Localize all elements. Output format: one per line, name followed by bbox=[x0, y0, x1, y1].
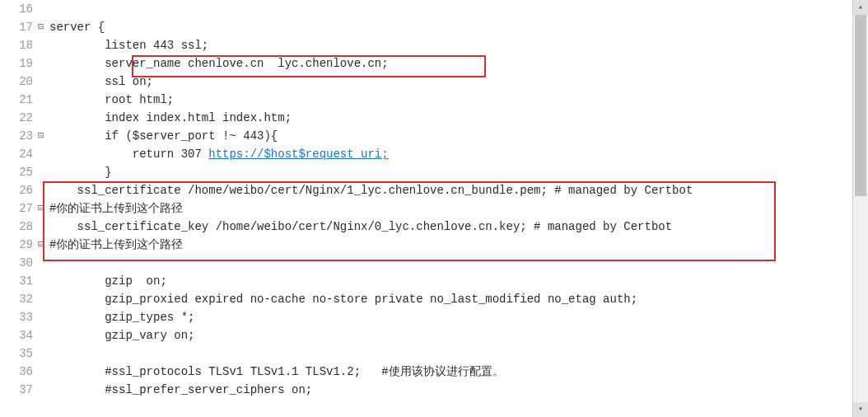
line-number: 24 bbox=[0, 145, 38, 163]
code-content: gzip on; bbox=[49, 272, 868, 290]
line-number: 23 bbox=[0, 127, 38, 145]
fold-marker[interactable]: ⊟ bbox=[38, 18, 49, 36]
line-number: 25 bbox=[0, 163, 38, 181]
code-line[interactable]: 35 bbox=[0, 344, 868, 363]
code-content: } bbox=[49, 163, 868, 181]
line-number: 32 bbox=[0, 290, 38, 308]
line-number: 30 bbox=[0, 254, 38, 272]
line-number: 20 bbox=[0, 73, 38, 91]
code-line[interactable]: 31 gzip on; bbox=[0, 272, 868, 290]
code-line[interactable]: 25 } bbox=[0, 163, 868, 181]
code-line[interactable]: 30 bbox=[0, 254, 868, 272]
fold-marker[interactable]: ⊟ bbox=[38, 199, 49, 218]
line-number: 34 bbox=[0, 326, 38, 344]
line-number: 27 bbox=[0, 199, 38, 218]
code-line[interactable]: 24 return 307 https://$host$request_uri; bbox=[0, 145, 868, 163]
line-number: 33 bbox=[0, 308, 38, 326]
code-content: gzip_vary on; bbox=[49, 326, 868, 344]
code-line[interactable]: 21 root html; bbox=[0, 91, 868, 109]
code-content: #ssl_prefer_server_ciphers on; bbox=[49, 381, 868, 399]
code-content: server { bbox=[49, 18, 868, 36]
fold-marker[interactable]: ⊟ bbox=[38, 236, 49, 254]
code-content: if ($server_port !~ 443){ bbox=[49, 127, 868, 145]
code-editor[interactable]: 1617⊟server {18 listen 443 ssl;19 server… bbox=[0, 0, 868, 417]
code-content: ssl on; bbox=[49, 73, 868, 91]
line-number: 28 bbox=[0, 218, 38, 236]
scroll-down-button[interactable]: ▾ bbox=[853, 402, 868, 417]
code-content: #你的证书上传到这个路径 bbox=[49, 199, 868, 218]
line-number: 16 bbox=[0, 0, 38, 18]
code-content: gzip_types *; bbox=[49, 308, 868, 326]
code-line[interactable]: 26 ssl_certificate /home/weibo/cert/Ngin… bbox=[0, 181, 868, 199]
code-content: root html; bbox=[49, 91, 868, 109]
code-line[interactable]: 28 ssl_certificate_key /home/weibo/cert/… bbox=[0, 218, 868, 236]
code-content: server_name chenlove.cn lyc.chenlove.cn; bbox=[49, 54, 868, 73]
code-line[interactable]: 37 #ssl_prefer_server_ciphers on; bbox=[0, 381, 868, 399]
line-number: 37 bbox=[0, 381, 38, 399]
line-number: 22 bbox=[0, 109, 38, 127]
code-content: listen 443 ssl; bbox=[49, 36, 868, 54]
code-line[interactable]: 22 index index.html index.htm; bbox=[0, 109, 868, 127]
code-content: #你的证书上传到这个路径 bbox=[49, 236, 868, 254]
code-line[interactable]: 29⊟#你的证书上传到这个路径 bbox=[0, 236, 868, 254]
scroll-up-button[interactable]: ▴ bbox=[853, 0, 868, 15]
line-number: 31 bbox=[0, 272, 38, 290]
line-number: 18 bbox=[0, 36, 38, 54]
code-content: #ssl_protocols TLSv1 TLSv1.1 TLSv1.2; #使… bbox=[49, 363, 868, 381]
vertical-scrollbar[interactable]: ▴ ▾ bbox=[852, 0, 868, 417]
line-number: 21 bbox=[0, 91, 38, 109]
code-line[interactable]: 34 gzip_vary on; bbox=[0, 326, 868, 344]
code-line[interactable]: 32 gzip_proxied expired no-cache no-stor… bbox=[0, 290, 868, 308]
code-line[interactable]: 33 gzip_types *; bbox=[0, 308, 868, 326]
line-number: 35 bbox=[0, 344, 38, 363]
code-content: ssl_certificate_key /home/weibo/cert/Ngi… bbox=[49, 218, 868, 236]
line-number: 19 bbox=[0, 54, 38, 73]
code-line[interactable]: 18 listen 443 ssl; bbox=[0, 36, 868, 54]
line-number: 17 bbox=[0, 18, 38, 36]
code-line[interactable]: 27⊟#你的证书上传到这个路径 bbox=[0, 199, 868, 218]
line-number: 36 bbox=[0, 363, 38, 381]
code-line[interactable]: 36 #ssl_protocols TLSv1 TLSv1.1 TLSv1.2;… bbox=[0, 363, 868, 381]
code-content: ssl_certificate /home/weibo/cert/Nginx/1… bbox=[49, 181, 868, 199]
line-number: 26 bbox=[0, 181, 38, 199]
code-line[interactable]: 23⊟ if ($server_port !~ 443){ bbox=[0, 127, 868, 145]
scroll-thumb[interactable] bbox=[855, 15, 866, 196]
code-content: index index.html index.htm; bbox=[49, 109, 868, 127]
url-link[interactable]: https://$host$request_uri; bbox=[208, 148, 388, 161]
code-line[interactable]: 16 bbox=[0, 0, 868, 18]
code-line[interactable]: 20 ssl on; bbox=[0, 73, 868, 91]
line-number: 29 bbox=[0, 236, 38, 254]
fold-marker[interactable]: ⊟ bbox=[38, 127, 49, 145]
code-line[interactable]: 17⊟server { bbox=[0, 18, 868, 36]
code-content: gzip_proxied expired no-cache no-store p… bbox=[49, 290, 868, 308]
code-line[interactable]: 19 server_name chenlove.cn lyc.chenlove.… bbox=[0, 54, 868, 73]
code-content: return 307 https://$host$request_uri; bbox=[49, 145, 868, 163]
